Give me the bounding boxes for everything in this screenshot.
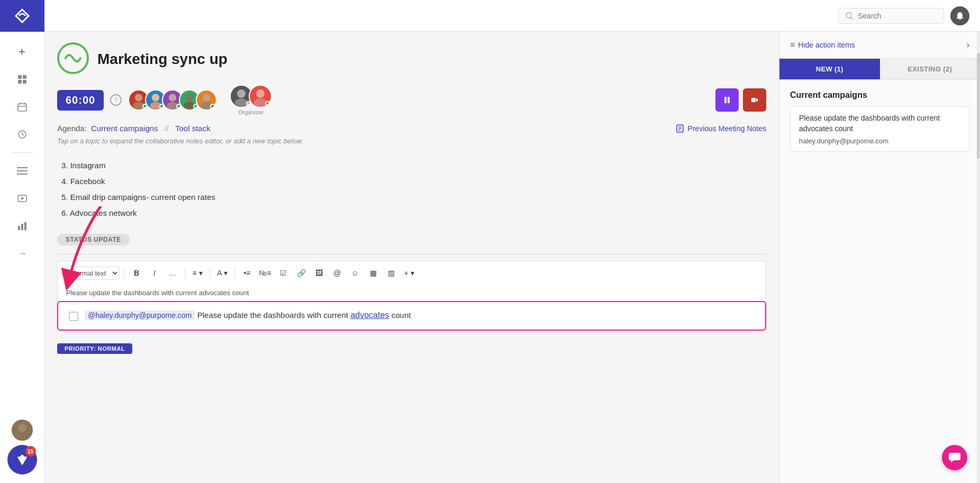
right-panel: ≡ Hide action items › NEW (1) EXISTING (… [779, 32, 980, 483]
search-input[interactable] [858, 12, 932, 20]
svg-rect-39 [724, 97, 727, 103]
meeting-title: Marketing sync up [97, 51, 228, 68]
panel-chevron-right-icon[interactable]: › [967, 40, 969, 50]
action-checkbox[interactable] [69, 312, 78, 321]
hamburger-icon: ≡ [790, 40, 795, 50]
emoji-button[interactable]: ☺ [347, 266, 363, 280]
svg-rect-16 [18, 226, 20, 230]
meeting-logo-icon [57, 42, 89, 76]
panel-content: Current campaigns Please update the dash… [779, 80, 980, 167]
svg-rect-41 [751, 98, 756, 102]
bold-button[interactable]: B [129, 266, 144, 280]
mention-button[interactable]: @ [329, 266, 345, 280]
svg-point-37 [256, 89, 265, 98]
panel-scrollbar-thumb [977, 53, 980, 159]
svg-rect-17 [21, 224, 23, 230]
organizer-section: Organizer [230, 85, 272, 115]
organizer-avatars [230, 85, 272, 108]
svg-point-21 [846, 13, 851, 18]
format-select[interactable]: Normal text [64, 267, 120, 280]
action-item-card-email-1: haley.dunphy@purpome.com [799, 137, 960, 145]
toolbar-divider-1 [124, 268, 124, 278]
svg-point-33 [203, 94, 210, 101]
pause-button[interactable] [715, 88, 739, 112]
svg-rect-4 [18, 104, 26, 111]
svg-point-19 [18, 424, 26, 432]
section-divider [57, 254, 766, 254]
svg-rect-18 [24, 222, 26, 230]
notification-badge: 15 [25, 446, 36, 457]
editor-content-partial[interactable]: Please update the dashboards with curren… [57, 285, 766, 301]
organizer-avatar-2[interactable] [249, 85, 272, 108]
align-button[interactable]: ≡ ▾ [189, 266, 205, 280]
timer-badge[interactable]: 60:00 [57, 90, 104, 111]
agenda-list-item-3: 3. Instagram [57, 158, 766, 174]
add-icon[interactable]: + [11, 40, 34, 63]
agenda-label: Agenda: [57, 124, 87, 133]
participant-avatar-5[interactable] [196, 89, 217, 111]
calendar-icon[interactable] [11, 95, 34, 119]
sidebar-divider [12, 152, 33, 153]
italic-button[interactable]: I [147, 266, 162, 280]
table-button[interactable]: ▦ [365, 266, 381, 280]
agenda-list: 3. Instagram 4. Facebook 5. Email drip c… [57, 153, 766, 225]
svg-marker-15 [21, 197, 24, 200]
sidebar-bottom: 15 [7, 420, 37, 483]
menu-lines-icon[interactable] [11, 159, 34, 183]
prev-notes-link[interactable]: Hide action items Previous Meeting Notes [676, 124, 766, 133]
avatars-group [128, 89, 217, 111]
action-advocates-link[interactable]: advocates [350, 311, 389, 320]
svg-rect-2 [18, 80, 22, 84]
clock-icon[interactable] [11, 123, 34, 146]
notification-button[interactable]: 15 [7, 445, 37, 475]
bullet-list-button[interactable]: •≡ [239, 266, 255, 280]
checkbox-button[interactable]: ☑ [275, 266, 291, 280]
editor-text-partial: Please update the dashboards with curren… [66, 289, 249, 297]
agenda-link-campaigns[interactable]: Current campaigns [91, 124, 158, 133]
sidebar: + → 15 [0, 0, 44, 483]
svg-rect-1 [23, 75, 26, 79]
svg-point-35 [237, 89, 246, 98]
help-icon[interactable]: ? [110, 94, 122, 106]
topbar-bell-icon[interactable] [950, 6, 969, 25]
grid-icon[interactable] [11, 68, 34, 91]
action-item-content: @haley.dunphy@purpome.com Please update … [85, 311, 411, 320]
svg-rect-40 [728, 97, 730, 103]
image-button[interactable]: 🖼 [311, 266, 327, 280]
svg-rect-0 [18, 75, 22, 79]
columns-button[interactable]: ▥ [383, 266, 399, 280]
record-button[interactable] [743, 88, 766, 112]
svg-line-10 [22, 134, 24, 135]
font-color-button[interactable]: A ▾ [214, 266, 230, 280]
meeting-area: Marketing sync up 60:00 ? [44, 32, 980, 483]
link-button[interactable]: 🔗 [293, 266, 309, 280]
action-mention: @haley.dunphy@purpome.com [85, 311, 195, 320]
chart-icon[interactable] [11, 214, 34, 238]
insert-button[interactable]: + ▾ [401, 266, 417, 280]
arrow-forward-icon[interactable]: → [11, 242, 34, 265]
panel-tabs: NEW (1) EXISTING (2) [779, 59, 980, 80]
meeting-controls [715, 88, 766, 112]
svg-point-20 [16, 433, 29, 441]
status-update-badge[interactable]: STATUS UPDATE [57, 234, 130, 245]
agenda-link-toolstack[interactable]: Tool stack [175, 124, 211, 133]
hide-action-items-link[interactable]: Hide action items [798, 41, 855, 49]
search-box[interactable] [838, 8, 944, 24]
priority-badge: PRIORITY: NORMAL [57, 343, 132, 354]
search-icon [845, 12, 854, 20]
chat-fab-button[interactable] [942, 445, 967, 470]
tab-existing[interactable]: EXISTING (2) [880, 59, 981, 79]
more-button[interactable]: … [165, 266, 180, 280]
agenda-list-item-4: 4. Facebook [57, 174, 766, 189]
user-avatar[interactable] [12, 420, 33, 441]
panel-scrollbar[interactable] [977, 32, 980, 483]
tab-new[interactable]: NEW (1) [779, 59, 880, 79]
svg-point-29 [169, 94, 176, 101]
toolbar-divider-2 [185, 268, 185, 278]
film-icon[interactable] [11, 187, 34, 210]
notes-hint: Tap on a topic to expand the collaborati… [57, 137, 766, 145]
app-logo[interactable] [0, 0, 44, 32]
prev-notes-text: Previous Meeting Notes [687, 124, 766, 133]
numbered-list-button[interactable]: №≡ [257, 266, 273, 280]
topbar [44, 0, 980, 32]
